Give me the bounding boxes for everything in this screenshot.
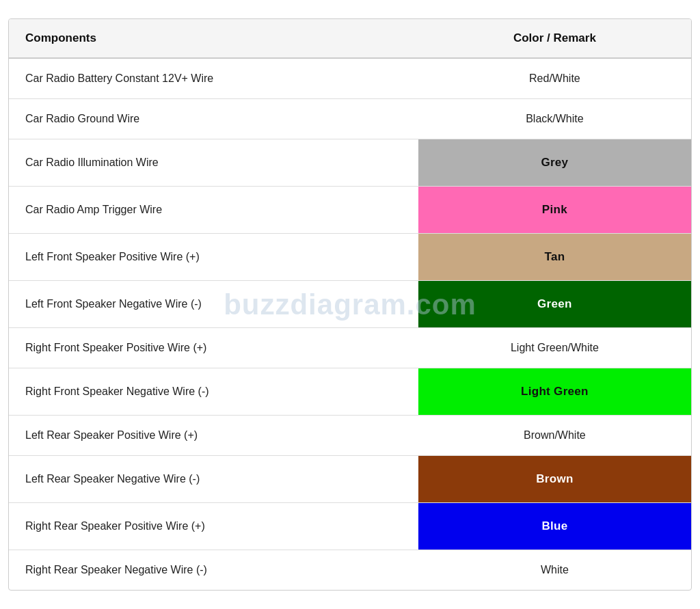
table-header-row: Components Color / Remark [9,19,691,58]
swatch-grey: Grey [418,139,691,186]
table-row: Car Radio Amp Trigger WirePink [9,187,691,234]
table-row: Left Front Speaker Negative Wire (-)Gree… [9,281,691,328]
component-cell: Car Radio Amp Trigger Wire [9,187,418,234]
table-row: Left Rear Speaker Negative Wire (-)Brown [9,456,691,503]
table-body: Car Radio Battery Constant 12V+ WireRed/… [9,58,691,590]
wiring-table-container: buzzdiagram.com Components Color / Remar… [8,18,692,591]
component-cell: Right Front Speaker Positive Wire (+) [9,328,418,368]
color-cell: Grey [418,139,691,187]
swatch-blue: Blue [418,503,691,550]
table-row: Right Rear Speaker Negative Wire (-)Whit… [9,550,691,591]
component-cell: Left Rear Speaker Positive Wire (+) [9,416,418,456]
component-cell: Left Rear Speaker Negative Wire (-) [9,456,418,503]
color-cell: Light Green/White [418,328,691,368]
swatch-tan: Tan [418,234,691,280]
color-plain: Black/White [418,99,691,139]
color-plain: White [418,550,691,590]
color-header: Color / Remark [418,19,691,58]
component-cell: Right Front Speaker Negative Wire (-) [9,368,418,416]
swatch-light-green: Light Green [418,368,691,415]
component-cell: Car Radio Battery Constant 12V+ Wire [9,58,418,99]
component-cell: Right Rear Speaker Negative Wire (-) [9,550,418,591]
color-cell: Light Green [418,368,691,416]
component-cell: Car Radio Illumination Wire [9,139,418,187]
color-plain: Red/White [418,59,691,98]
color-plain: Light Green/White [418,328,691,368]
swatch-green: Green [418,281,691,327]
component-cell: Left Front Speaker Negative Wire (-) [9,281,418,328]
color-cell: White [418,550,691,591]
table-row: Car Radio Illumination WireGrey [9,139,691,187]
table-row: Left Front Speaker Positive Wire (+)Tan [9,234,691,281]
component-cell: Car Radio Ground Wire [9,99,418,139]
color-cell: Black/White [418,99,691,139]
color-cell: Green [418,281,691,328]
table-row: Right Front Speaker Negative Wire (-)Lig… [9,368,691,416]
table-row: Right Rear Speaker Positive Wire (+)Blue [9,503,691,550]
swatch-pink: Pink [418,187,691,233]
table-row: Car Radio Battery Constant 12V+ WireRed/… [9,58,691,99]
swatch-brown: Brown [418,456,691,502]
color-cell: Brown [418,456,691,503]
table-row: Left Rear Speaker Positive Wire (+)Brown… [9,416,691,456]
component-cell: Right Rear Speaker Positive Wire (+) [9,503,418,550]
table-row: Right Front Speaker Positive Wire (+)Lig… [9,328,691,368]
wiring-table: Components Color / Remark Car Radio Batt… [9,19,691,590]
color-plain: Brown/White [418,416,691,455]
color-cell: Blue [418,503,691,550]
color-cell: Pink [418,187,691,234]
component-cell: Left Front Speaker Positive Wire (+) [9,234,418,281]
color-cell: Brown/White [418,416,691,456]
component-header: Components [9,19,418,58]
color-cell: Red/White [418,58,691,99]
color-cell: Tan [418,234,691,281]
table-row: Car Radio Ground WireBlack/White [9,99,691,139]
